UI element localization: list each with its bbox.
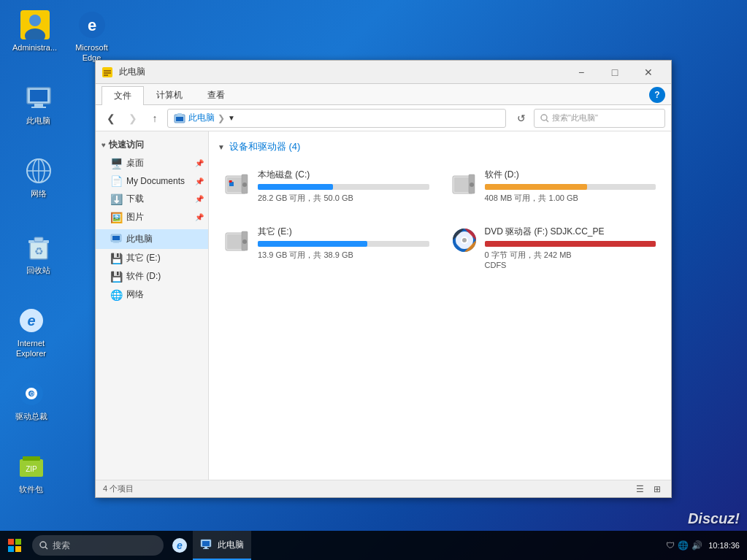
desktop-icon-ie[interactable]: e InternetExplorer — [4, 303, 58, 362]
svg-line-34 — [546, 120, 548, 122]
this-pc-sidebar-item[interactable]: 此电脑 — [96, 229, 208, 249]
svg-rect-59 — [15, 539, 21, 545]
softpkg-label: 软件包 — [19, 484, 43, 494]
explorer-window: 此电脑 − □ ✕ 文件 计算机 查看 ? ❮ ❯ ↑ 此电脑 — [95, 60, 672, 498]
sidebar: ♥ 快速访问 🖥️ 桌面 📌 📄 My Documents 📌 ⬇️ 下载 📌 — [96, 131, 209, 480]
quick-access-header[interactable]: ♥ 快速访问 — [96, 136, 208, 154]
d-drive-space: 408 MB 可用，共 1.00 GB — [485, 193, 656, 204]
svg-rect-60 — [8, 546, 14, 552]
c-drive-name: 本地磁盘 (C:) — [258, 169, 429, 181]
svg-point-62 — [40, 542, 46, 548]
svg-rect-61 — [15, 546, 21, 552]
close-button[interactable]: ✕ — [632, 61, 665, 84]
minimize-button[interactable]: − — [564, 61, 598, 84]
section-header: ▼ 设备和驱动器 (4) — [218, 140, 662, 153]
tab-file[interactable]: 文件 — [101, 86, 144, 105]
address-path-box[interactable]: 此电脑 ❯ ▼ — [167, 109, 506, 128]
desktop-icon-recycle[interactable]: ♻ 回收站 — [11, 230, 66, 278]
maximize-button[interactable]: □ — [598, 61, 632, 84]
taskbar-search-box[interactable]: 搜索 — [32, 535, 164, 556]
sidebar-item-e-drive[interactable]: 💾 其它 (E:) — [96, 249, 208, 267]
e-drive-space: 13.9 GB 可用，共 38.9 GB — [258, 250, 429, 261]
svg-rect-24 — [23, 456, 40, 461]
svg-text:e: e — [27, 312, 35, 329]
help-button[interactable]: ? — [649, 87, 665, 103]
svg-rect-67 — [202, 541, 210, 546]
explorer-body: ♥ 快速访问 🖥️ 桌面 📌 📄 My Documents 📌 ⬇️ 下载 📌 — [96, 131, 671, 480]
svg-point-52 — [242, 239, 247, 244]
ribbon: 文件 计算机 查看 ? — [96, 84, 671, 105]
desktop-icon-network[interactable]: 网络 — [11, 153, 66, 202]
forward-button[interactable]: ❯ — [123, 109, 142, 128]
svg-rect-28 — [104, 72, 111, 74]
search-placeholder: 搜索"此电脑" — [552, 112, 598, 123]
start-button[interactable] — [0, 531, 29, 560]
e-drive-name: 其它 (E:) — [258, 226, 429, 238]
svg-point-48 — [470, 183, 474, 187]
network-label: 网络 — [31, 188, 47, 199]
taskbar-app-label: 此电脑 — [218, 539, 244, 551]
sidebar-item-pictures[interactable]: 🖼️ 图片 📌 — [96, 208, 208, 226]
up-button[interactable]: ↑ — [145, 109, 164, 128]
taskbar: 搜索 e 此电脑 🛡 🌐 🔊 10:18:36 — [0, 531, 747, 560]
tray-shield-icon: 🛡 — [666, 540, 675, 551]
desktop-icon-driver[interactable]: ⚙ 驱动总裁 — [4, 376, 58, 424]
sidebar-item-download[interactable]: ⬇️ 下载 📌 — [96, 190, 208, 208]
title-bar-text: 此电脑 — [119, 66, 564, 78]
svg-rect-27 — [104, 70, 111, 72]
c-drive-item[interactable]: 本地磁盘 (C:) 28.2 GB 可用，共 50.0 GB — [218, 162, 436, 210]
svg-rect-6 — [30, 90, 47, 101]
d-drive-name: 软件 (D:) — [485, 169, 656, 181]
address-bar: ❮ ❯ ↑ 此电脑 ❯ ▼ ↺ 搜索"此电脑" — [96, 105, 671, 131]
sidebar-item-mydocs[interactable]: 📄 My Documents 📌 — [96, 172, 208, 190]
svg-rect-29 — [104, 74, 108, 76]
svg-rect-68 — [204, 547, 207, 548]
search-box[interactable]: 搜索"此电脑" — [534, 109, 665, 128]
svg-text:⚙: ⚙ — [28, 391, 34, 397]
desktop-icon-softpkg[interactable]: ZIP 软件包 — [4, 449, 58, 497]
desktop-icon-this-pc[interactable]: 此电脑 — [11, 80, 66, 129]
tab-computer[interactable]: 计算机 — [144, 85, 195, 104]
taskbar-search-label: 搜索 — [53, 540, 70, 552]
svg-rect-38 — [113, 242, 119, 243]
desktop-icon-admin[interactable]: Administra... — [7, 7, 62, 55]
svg-point-57 — [462, 238, 467, 242]
status-count: 4 个项目 — [103, 483, 134, 494]
taskbar-this-pc[interactable]: 此电脑 — [193, 531, 251, 560]
tab-view[interactable]: 查看 — [195, 85, 237, 104]
taskbar-tray: 🛡 🌐 🔊 10:18:36 — [666, 540, 747, 551]
view-large-btn[interactable]: ⊞ — [651, 483, 664, 496]
f-drive-space: 0 字节 可用，共 242 MB — [485, 250, 656, 261]
svg-text:ZIP: ZIP — [26, 465, 37, 473]
f-drive-item[interactable]: DVD 驱动器 (F:) SDJK.CC_PE 0 字节 可用，共 242 MB… — [445, 219, 663, 276]
path-segment-pc[interactable]: 此电脑 — [188, 112, 215, 124]
e-drive-bar — [258, 241, 367, 247]
svg-point-1 — [29, 15, 41, 26]
ie-label: InternetExplorer — [16, 338, 46, 359]
svg-rect-15 — [34, 237, 43, 242]
f-drive-sub: CDFS — [485, 261, 656, 269]
title-bar: 此电脑 − □ ✕ — [96, 61, 671, 84]
d-drive-item[interactable]: 软件 (D:) 408 MB 可用，共 1.00 GB — [445, 162, 663, 210]
desktop-icon-edge[interactable]: e MicrosoftEdge — [64, 7, 119, 66]
e-drive-item[interactable]: 其它 (E:) 13.9 GB 可用，共 38.9 GB — [218, 219, 436, 276]
tray-volume-icon: 🔊 — [692, 540, 702, 551]
view-details-btn[interactable]: ☰ — [633, 483, 646, 496]
status-bar: 4 个项目 ☰ ⊞ — [96, 480, 671, 497]
back-button[interactable]: ❮ — [101, 109, 120, 128]
this-pc-label: 此电脑 — [26, 115, 50, 126]
discuz-watermark: Discuz! — [688, 510, 740, 527]
taskbar-clock[interactable]: 10:18:36 — [708, 541, 740, 550]
sidebar-item-d-drive[interactable]: 💾 软件 (D:) — [96, 267, 208, 285]
svg-point-33 — [541, 115, 547, 120]
c-drive-bar — [258, 184, 333, 190]
refresh-button[interactable]: ↺ — [512, 109, 531, 128]
svg-text:e: e — [177, 540, 183, 551]
svg-rect-69 — [203, 548, 209, 549]
c-drive-space: 28.2 GB 可用，共 50.0 GB — [258, 193, 429, 204]
sidebar-item-desktop[interactable]: 🖥️ 桌面 📌 — [96, 154, 208, 172]
svg-rect-31 — [176, 117, 183, 121]
svg-line-63 — [45, 547, 47, 549]
sidebar-item-network[interactable]: 🌐 网络 — [96, 285, 208, 304]
taskbar-ie-icon[interactable]: e — [169, 535, 190, 556]
